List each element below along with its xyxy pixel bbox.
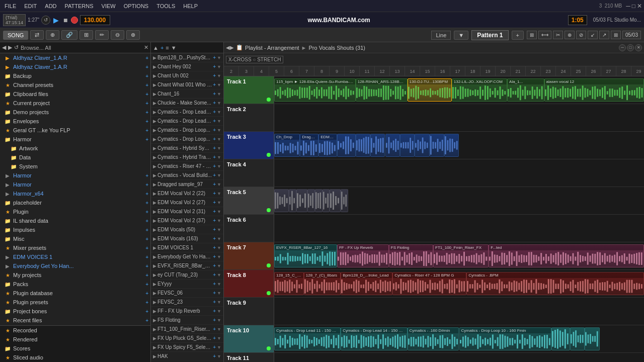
channel-item-22[interactable]: ▶ Everybody Get Yo Han... + ▼: [151, 252, 223, 261]
channel-add-btn[interactable]: +: [213, 335, 216, 341]
channel-expand[interactable]: ▼: [217, 110, 221, 115]
file-browser-item-7[interactable]: 📁 Envelopes +: [0, 117, 150, 126]
file-browser-item-15[interactable]: ▶ Harmor_x64 +: [0, 189, 150, 198]
channel-expand[interactable]: ▼: [217, 73, 221, 78]
file-menu[interactable]: FILE: [2, 2, 19, 10]
track-label-8[interactable]: Track 8: [224, 270, 274, 297]
channel-item-2[interactable]: ▶ Chant Uh 002 + ▼: [151, 71, 223, 80]
channel-add-btn[interactable]: +: [213, 236, 216, 241]
stop-btn[interactable]: ■: [62, 16, 69, 24]
channel-expand[interactable]: ▼: [217, 173, 221, 178]
channel-expand[interactable]: ▼: [217, 92, 221, 97]
channel-expand[interactable]: ▼: [217, 218, 221, 223]
clip-10-2[interactable]: Cymatics - .160 D#min: [408, 327, 459, 350]
file-add-btn[interactable]: +: [145, 209, 148, 215]
magnet-btn[interactable]: ⊕: [46, 30, 59, 40]
channel-expand[interactable]: ▼: [217, 82, 221, 87]
track-content-3[interactable]: Ch_DropDrag_le...EDM_2 ►: [274, 132, 644, 159]
channel-add-btn[interactable]: +: [213, 263, 216, 268]
file-browser-item-16[interactable]: 📁 placeholder +: [0, 198, 150, 207]
clip-3-5[interactable]: [370, 134, 385, 157]
channel-item-9[interactable]: ▶ Cymatics - Drop Loop... + ▼: [151, 135, 223, 144]
clip-7-0[interactable]: EVFX_RISER_8Bar_127_16: [274, 244, 337, 267]
channel-item-12[interactable]: ▶ Cymatics - Riser 47 - 1... + ▼: [151, 162, 223, 171]
channel-item-23[interactable]: ▶ EVFX_RISER_8Bar_127... + ▼: [151, 261, 223, 270]
channel-scroll-up[interactable]: ▲: [153, 45, 158, 51]
channel-expand[interactable]: ▼: [217, 55, 221, 60]
channel-expand[interactable]: ▼: [217, 309, 221, 314]
playlist-minimize[interactable]: ─: [619, 44, 626, 51]
clip-10-0[interactable]: Cymatics - Drop Lead 11 - 150 BPM F: [274, 327, 341, 350]
file-add-btn[interactable]: +: [145, 182, 148, 188]
add-menu[interactable]: ADD: [42, 2, 59, 10]
channel-item-19[interactable]: ▶ EDM Vocals (50) + ▼: [151, 225, 223, 234]
file-add-btn[interactable]: +: [145, 227, 148, 233]
file-browser-item-1[interactable]: ▶ Aldhyaz Claver_1.A.R +: [0, 62, 150, 71]
clip-5-2[interactable]: [296, 189, 307, 212]
channel-item-24[interactable]: ▶ ey CUT (Trap_23) + ▼: [151, 270, 223, 280]
channel-add-btn[interactable]: +: [213, 172, 216, 178]
clip-5-6[interactable]: [330, 189, 341, 212]
playlist-close[interactable]: ✕: [635, 44, 642, 51]
clip-5-4[interactable]: [315, 189, 323, 212]
file-browser-item-23[interactable]: ▶ Everybody Get Yo Han... +: [0, 261, 150, 270]
rec-btn[interactable]: [71, 17, 78, 24]
clip-5-5[interactable]: [323, 189, 330, 212]
channel-add-btn[interactable]: +: [213, 118, 216, 124]
channel-expand[interactable]: ▼: [217, 182, 221, 187]
track-content-5[interactable]: [274, 187, 644, 214]
file-browser-item-26[interactable]: ★ Plugin database +: [0, 289, 150, 298]
channel-add-btn[interactable]: +: [213, 209, 216, 214]
channel-expand[interactable]: ▼: [217, 254, 221, 259]
file-browser-item-21[interactable]: ★ Mixer presets +: [0, 243, 150, 252]
channel-item-13[interactable]: ▶ Cymatics - Vocal Build... + ▼: [151, 171, 223, 180]
channel-expand[interactable]: ▼: [217, 146, 221, 151]
channel-expand[interactable]: ▼: [217, 209, 221, 214]
pencil-btn[interactable]: ✏: [95, 30, 109, 40]
channel-item-20[interactable]: ▶ EDM Vocals (163) + ▼: [151, 234, 223, 243]
channel-item-32[interactable]: ▶ FX Up Spicy F5_Selected + ▼: [151, 343, 223, 352]
channel-item-33[interactable]: ▶ HAK + ▼: [151, 352, 223, 361]
channel-add-btn[interactable]: +: [160, 45, 164, 51]
nav-fwd-btn[interactable]: ▶: [8, 44, 12, 51]
clip-1-5[interactable]: alasen vocal 12: [544, 78, 644, 102]
song-toggle-btn[interactable]: SONG: [3, 31, 28, 40]
channel-expand[interactable]: ▼: [217, 236, 221, 241]
tools-menu[interactable]: TOOLS: [154, 2, 178, 10]
file-add-btn[interactable]: +: [145, 110, 148, 115]
clip-10-6[interactable]: [585, 327, 599, 350]
channel-add-btn[interactable]: +: [213, 91, 216, 97]
channel-item-16[interactable]: ▶ EDM Vocal Vol 2 (27) + ▼: [151, 198, 223, 207]
snap-tools[interactable]: ⊞ ⟷ ✂ ⊕ ⊘ ↙ ↗ ⊞ 05/03: [527, 31, 641, 39]
clip-10-3[interactable]: Cymatics - Drop Loop 10 - 160 Fmin: [459, 327, 552, 350]
channel-add-btn[interactable]: +: [213, 344, 216, 350]
file-add-btn[interactable]: +: [145, 236, 148, 242]
file-add-btn[interactable]: +: [145, 200, 148, 206]
channel-expand[interactable]: ▼: [217, 318, 221, 323]
file-browser-item-20[interactable]: 📁 Misc +: [0, 234, 150, 243]
channel-item-11[interactable]: ▶ Cymatics - Hybrid Trap... + ▼: [151, 153, 223, 162]
file-browser-item-18[interactable]: 📁 IL shared data +: [0, 216, 150, 225]
channel-item-5[interactable]: ▶ Chuckie - Make Some... + ▼: [151, 99, 223, 108]
sliced-audio-item[interactable]: ★ Sliced audio: [0, 353, 150, 362]
track-label-5[interactable]: Track 5: [224, 187, 274, 214]
track-label-11[interactable]: Track 11: [224, 353, 274, 362]
file-browser-item-9[interactable]: 📁 Harmor +: [0, 135, 150, 144]
track-content-6[interactable]: [274, 215, 644, 242]
file-browser-item-24[interactable]: ★ My projects +: [0, 270, 150, 280]
file-add-btn[interactable]: +: [145, 82, 148, 88]
clip-7-2[interactable]: FS Floting: [389, 244, 433, 267]
track-label-4[interactable]: Track 4: [224, 159, 274, 187]
clip-1-3[interactable]: 132-LIL-JO..XALOOP.COM: [452, 78, 507, 102]
line-dropdown[interactable]: Line: [431, 31, 451, 40]
file-add-btn[interactable]: +: [145, 309, 148, 314]
channel-expand[interactable]: ▼: [217, 327, 221, 332]
file-browser-item-27[interactable]: ★ Plugin presets +: [0, 298, 150, 307]
channel-item-7[interactable]: ▶ Cymatics - Drop Lead 1... + ▼: [151, 117, 223, 126]
file-browser-item-6[interactable]: 📁 Demo projects +: [0, 108, 150, 117]
clip-3-0[interactable]: Ch_Drop: [274, 134, 300, 157]
channel-add-btn[interactable]: +: [213, 136, 216, 142]
channel-item-25[interactable]: ▶ EYyyy + ▼: [151, 280, 223, 289]
edit-menu[interactable]: EDIT: [22, 2, 39, 10]
channel-expand[interactable]: ▼: [217, 336, 221, 341]
